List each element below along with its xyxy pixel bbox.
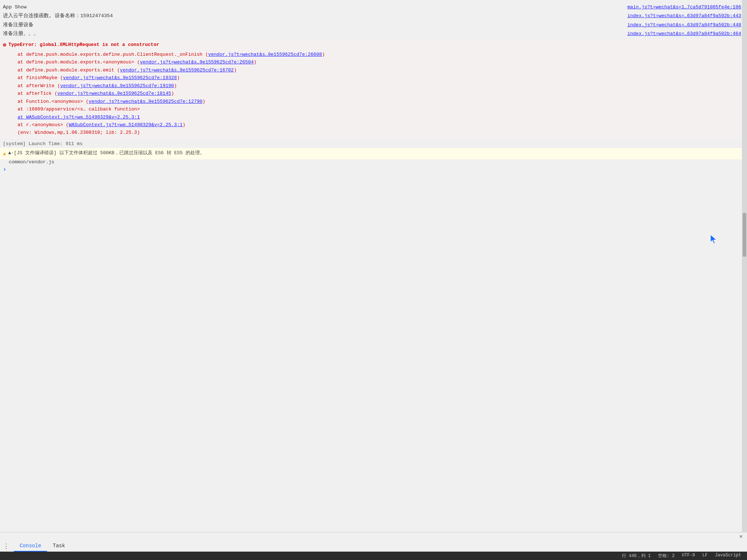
tab-menu-icon[interactable]: ⋮ <box>3 542 9 550</box>
cursor-svg <box>710 234 718 244</box>
log-row-yun: 进入云平台连接函数, 设备名称：15912474354 index.js?t=w… <box>0 12 747 20</box>
tab-task[interactable]: Task <box>47 541 71 552</box>
stack-after-0: ) <box>322 52 325 57</box>
log-left-app-show: App Show <box>3 4 622 11</box>
warning-text: ▲·[JS 文件编译错误] 以下文件体积超过 500KB，已跳过压缩以及 ES6… <box>8 149 204 157</box>
bottom-bar: × ⋮ Console Task <box>0 532 747 552</box>
error-title: ⊗ TypeError: global.XMLHttpRequest is no… <box>3 41 740 50</box>
stack-line-8: at WASubContext.js?t=we…51498329&v=2.25.… <box>3 113 740 121</box>
close-button[interactable]: × <box>738 533 744 540</box>
stack-after-9: ) <box>183 122 186 128</box>
stack-link-9[interactable]: WASubContext.js?t=we…51498329&v=2.25.3:1 <box>69 122 182 128</box>
cursor-indicator <box>710 234 718 246</box>
stack-text-3: at finishMaybe ( <box>18 75 63 81</box>
stack-line-6: at Function.<anonymous> (vendor.js?t=wec… <box>3 98 740 105</box>
tab-task-label: Task <box>53 543 65 549</box>
close-bar: × <box>0 533 747 541</box>
status-line-ending: LF <box>703 553 708 559</box>
stack-line-0: at define.push.module.exports.define.pus… <box>3 51 740 58</box>
stack-link-6[interactable]: vendor.js?t=wechat&s…9e1559625cd7e:12790 <box>89 99 202 104</box>
stack-line-1: at define.push.module.exports.<anonymous… <box>3 58 740 66</box>
stack-text-4: at afterWrite ( <box>18 83 60 89</box>
stack-link-2[interactable]: vendor.js?t=wechat&s…9e1559625cd7e:16702 <box>120 67 234 73</box>
error-env-text: (env: Windows,mp,1.06.2308310; lib: 2.25… <box>18 130 140 135</box>
status-bar: 行 446，列 1 空格: 2 UTF-8 LF JavaScript <box>0 552 747 560</box>
log-row-zhuce-ellipsis: 准备注册。。。 index.js?t=wechat&s=…63d97a84f9a… <box>0 30 747 38</box>
log-right-zhuce-ellipsis[interactable]: index.js?t=wechat&s=…63d97a84f9a502b:464 <box>627 30 741 38</box>
arrow-icon: › <box>3 166 7 173</box>
stack-link-5[interactable]: vendor.js?t=wechat&s…9e1559625cd7e:18145 <box>57 91 171 96</box>
stack-text-6: at Function.<anonymous> ( <box>18 99 89 104</box>
log-left-zhuce-ellipsis: 准备注册。。。 <box>3 30 622 38</box>
console-panel: App Show main.js?t=wechat&s=1…7ca5d79108… <box>0 0 747 552</box>
log-right-zhuce-device[interactable]: index.js?t=wechat&s=…63d97a84f9a502b:448 <box>627 22 741 29</box>
stack-link-3[interactable]: vendor.js?t=wechat&s…9e1559625cd7e:19328 <box>63 75 177 81</box>
warning-file: common/vendor.js <box>0 159 747 165</box>
error-block: ⊗ TypeError: global.XMLHttpRequest is no… <box>0 39 747 139</box>
stack-after-3: ) <box>177 75 180 81</box>
tab-console[interactable]: Console <box>14 541 47 552</box>
stack-link-4[interactable]: vendor.js?t=wechat&s…9e1559625cd7e:19190 <box>60 83 174 89</box>
warning-line: ▲ ▲·[JS 文件编译错误] 以下文件体积超过 500KB，已跳过压缩以及 E… <box>0 148 747 159</box>
log-row-app-show: App Show main.js?t=wechat&s=1…7ca5d79108… <box>0 3 747 12</box>
log-area[interactable]: App Show main.js?t=wechat&s=1…7ca5d79108… <box>0 0 747 532</box>
stack-text-7: at :16809/appservice/<s… callback functi… <box>18 106 140 112</box>
stack-text-9: at r.<anonymous> ( <box>18 122 69 128</box>
log-left-zhuce-device: 准备注册设备 <box>3 22 622 29</box>
log-right-app-show[interactable]: main.js?t=wechat&s=1…7ca5d791085fe4e:106 <box>627 4 741 11</box>
stack-link-0[interactable]: vendor.js?t=wechat&s…9e1559625cd7e:26608 <box>208 52 322 57</box>
status-spaces: 空格: 2 <box>658 553 675 559</box>
scrollbar[interactable] <box>742 0 747 532</box>
log-right-yun[interactable]: index.js?t=wechat&s=…63d97a84f9a502b:443 <box>627 12 741 20</box>
stack-text-0: at define.push.module.exports.define.pus… <box>18 52 208 57</box>
stack-link-1[interactable]: vendor.js?t=wechat&s…9e1559625cd7e:26504 <box>140 59 253 65</box>
stack-text-2: at define.push.module.exports.emit ( <box>18 67 120 73</box>
stack-text-1: at define.push.module.exports.<anonymous… <box>18 59 140 65</box>
error-env: (env: Windows,mp,1.06.2308310; lib: 2.25… <box>3 129 740 136</box>
stack-link-8[interactable]: at WASubContext.js?t=we…51498329&v=2.25.… <box>18 114 140 120</box>
status-language: JavaScript <box>715 553 741 559</box>
status-line-col: 行 446，列 1 <box>622 553 651 559</box>
expand-arrow[interactable]: › <box>0 165 747 174</box>
stack-after-6: ) <box>202 99 205 104</box>
system-launch-text: [system] Launch Time: 911 ms <box>3 141 82 147</box>
scrollbar-thumb[interactable] <box>743 213 746 257</box>
system-launch-line: [system] Launch Time: 911 ms <box>0 140 747 148</box>
stack-line-2: at define.push.module.exports.emit (vend… <box>3 66 740 74</box>
tabs-row: ⋮ Console Task <box>0 541 747 552</box>
log-row-zhuce-device: 准备注册设备 index.js?t=wechat&s=…63d97a84f9a5… <box>0 21 747 30</box>
error-icon: ⊗ <box>3 41 6 50</box>
stack-after-4: ) <box>174 83 177 89</box>
tab-console-label: Console <box>20 543 41 549</box>
stack-line-4: at afterWrite (vendor.js?t=wechat&s…9e15… <box>3 82 740 90</box>
log-left-yun: 进入云平台连接函数, 设备名称：15912474354 <box>3 12 622 20</box>
stack-line-5: at afterTick (vendor.js?t=wechat&s…9e155… <box>3 90 740 97</box>
stack-line-9: at r.<anonymous> (WASubContext.js?t=we…5… <box>3 121 740 129</box>
stack-line-3: at finishMaybe (vendor.js?t=wechat&s…9e1… <box>3 74 740 82</box>
stack-after-5: ) <box>171 91 174 96</box>
stack-after-2: ) <box>234 67 237 73</box>
svg-marker-0 <box>711 235 716 244</box>
stack-line-7: at :16809/appservice/<s… callback functi… <box>3 105 740 113</box>
warning-file-text: common/vendor.js <box>9 159 54 165</box>
stack-after-1: ) <box>254 59 257 65</box>
stack-text-5: at afterTick ( <box>18 91 57 96</box>
warning-icon: ▲ <box>3 150 6 158</box>
error-title-text: TypeError: global.XMLHttpRequest is not … <box>8 41 159 49</box>
status-encoding: UTF-8 <box>682 553 695 559</box>
